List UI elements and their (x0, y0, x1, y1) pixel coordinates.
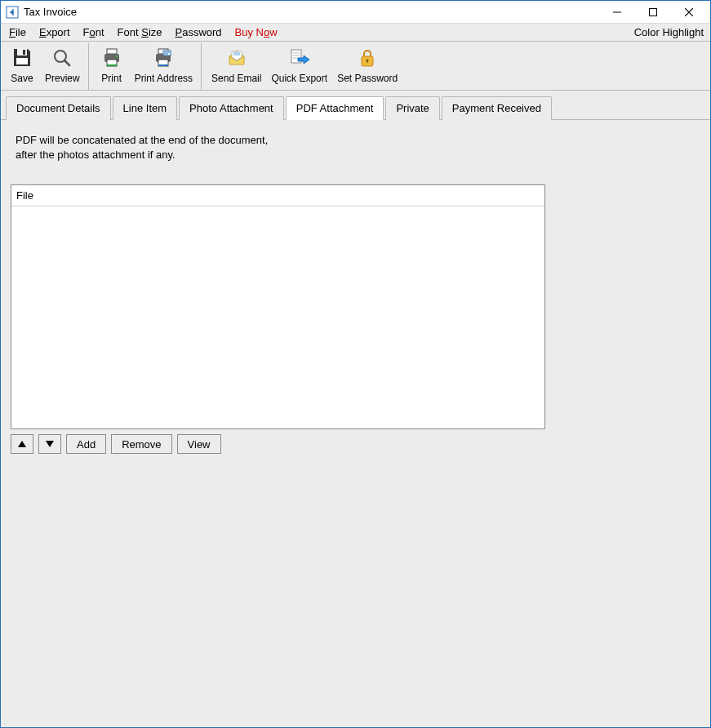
file-table[interactable]: File (11, 184, 545, 429)
svg-rect-9 (107, 64, 117, 66)
tab-private[interactable]: Private (385, 96, 439, 120)
maximize-button[interactable] (635, 1, 671, 24)
file-table-body[interactable] (11, 206, 544, 428)
print-label: Print (101, 73, 122, 84)
toolbar: Save Preview (1, 42, 710, 91)
file-table-buttons: Add Remove View (11, 434, 700, 454)
window-title: Tax Invoice (24, 6, 77, 18)
save-button[interactable]: Save (4, 43, 40, 90)
pdf-info-line-2: after the photos attachment if any. (16, 148, 700, 162)
print-address-button[interactable]: Print Address (130, 43, 198, 90)
svg-rect-3 (23, 50, 25, 55)
tab-content: PDF will be concatenated at the end of t… (1, 120, 710, 727)
preview-button[interactable]: Preview (40, 43, 85, 90)
preview-label: Preview (45, 73, 80, 84)
minimize-button[interactable] (599, 1, 635, 24)
triangle-up-icon (17, 439, 27, 449)
move-down-button[interactable] (38, 434, 61, 454)
svg-rect-6 (107, 49, 117, 54)
print-button[interactable]: Print (94, 43, 130, 90)
titlebar: Tax Invoice (1, 1, 710, 24)
menu-file[interactable]: File (2, 24, 33, 40)
view-button[interactable]: View (177, 434, 221, 454)
svg-rect-14 (158, 64, 168, 66)
menu-font-size[interactable]: Font Size (111, 24, 169, 40)
toolbar-group-2: Print Print Address (94, 43, 202, 90)
print-address-label: Print Address (135, 73, 193, 84)
window: Tax Invoice File Export Font Font Size P… (0, 0, 711, 728)
magnifier-icon (51, 47, 73, 69)
menu-font[interactable]: Font (77, 24, 111, 40)
menu-password[interactable]: Password (169, 24, 229, 40)
app-icon (6, 6, 19, 19)
svg-rect-2 (17, 49, 27, 55)
svg-rect-15 (163, 51, 171, 55)
file-table-header[interactable]: File (11, 185, 544, 206)
set-password-label: Set Password (337, 73, 398, 84)
svg-point-10 (115, 55, 117, 57)
menu-color-highlight[interactable]: Color Highlight (629, 24, 709, 40)
svg-rect-4 (16, 58, 28, 64)
printer-icon (100, 47, 123, 69)
menu-export[interactable]: Export (33, 24, 77, 40)
remove-button[interactable]: Remove (111, 434, 171, 454)
close-button[interactable] (671, 1, 707, 24)
send-email-label: Send Email (211, 73, 261, 84)
menubar: File Export Font Font Size Password Buy … (1, 24, 710, 42)
tab-photo-attachment[interactable]: Photo Attachment (179, 96, 284, 120)
printer-label-icon (152, 47, 175, 69)
tab-document-details[interactable]: Document Details (6, 96, 111, 120)
svg-rect-1 (650, 8, 657, 16)
send-email-button[interactable]: Send Email (207, 43, 266, 90)
menu-buy-now[interactable]: Buy Now (229, 24, 284, 40)
toolbar-group-1: Save Preview (4, 43, 89, 90)
tab-line-item[interactable]: Line Item (113, 96, 177, 120)
lock-icon (356, 47, 379, 69)
pdf-info-text: PDF will be concatenated at the end of t… (16, 133, 700, 162)
svg-rect-19 (367, 60, 367, 63)
set-password-button[interactable]: Set Password (332, 43, 402, 90)
tab-payment-received[interactable]: Payment Received (442, 96, 552, 120)
pdf-info-line-1: PDF will be concatenated at the end of t… (16, 133, 700, 148)
envelope-icon (225, 47, 248, 69)
export-arrow-icon (288, 47, 311, 69)
move-up-button[interactable] (11, 434, 33, 454)
tabs: Document Details Line Item Photo Attachm… (1, 91, 710, 120)
save-label: Save (11, 73, 33, 84)
quick-export-label: Quick Export (271, 73, 327, 84)
tab-pdf-attachment[interactable]: PDF Attachment (286, 96, 384, 120)
triangle-down-icon (45, 439, 55, 449)
floppy-icon (11, 47, 33, 69)
file-column-header: File (16, 189, 33, 202)
add-button[interactable]: Add (66, 434, 106, 454)
toolbar-group-3: Send Email Quick Export (207, 43, 406, 90)
quick-export-button[interactable]: Quick Export (266, 43, 332, 90)
